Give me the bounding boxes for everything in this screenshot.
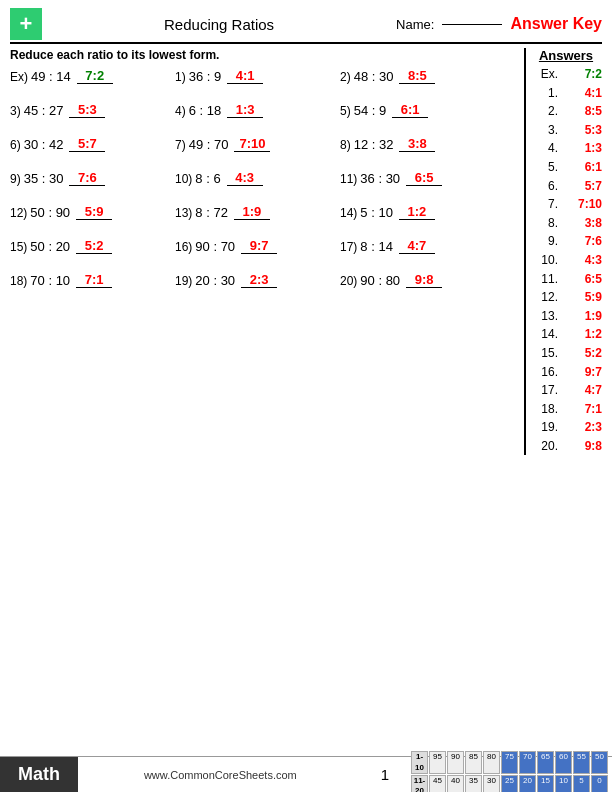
problem-20: 20) 90 : 80 9:8 [340,272,495,288]
answer-row-14: 14. 1:2 [530,325,602,344]
problem-row-3: 6) 30 : 42 5:7 7) 49 : 70 7:10 8) 12 : 3… [10,136,520,152]
ans-num-11: 11. [530,270,558,289]
problem-row-1: Ex) 49 : 14 7:2 1) 36 : 9 4:1 2) 48 : 30… [10,68,520,84]
prob-num-4: 4) [175,104,186,118]
ans-num-1: 1. [530,84,558,103]
prob-ratio-2: 48 : 30 [354,69,394,84]
problem-11: 11) 36 : 30 6:5 [340,170,495,186]
prob-ratio-11: 36 : 30 [360,171,400,186]
prob-num-6: 6) [10,138,21,152]
ans-num-13: 13. [530,307,558,326]
answer-row-7: 7. 7:10 [530,195,602,214]
prob-ratio-7: 49 : 70 [189,137,229,152]
prob-answer-ex: 7:2 [77,68,113,84]
ans-num-15: 15. [530,344,558,363]
prob-ratio-19: 20 : 30 [195,273,235,288]
prob-answer-6: 5:7 [69,136,105,152]
score-range-1: 1-10 [411,751,428,774]
prob-num-10: 10) [175,172,192,186]
prob-answer-11: 6:5 [406,170,442,186]
ans-val-15: 5:2 [570,344,602,363]
problem-7: 7) 49 : 70 7:10 [175,136,330,152]
problem-1: 1) 36 : 9 4:1 [175,68,330,84]
answer-row-10: 10. 4:3 [530,251,602,270]
answer-row-4: 4. 1:3 [530,139,602,158]
ans-num-20: 20. [530,437,558,456]
prob-ratio-13: 8 : 72 [195,205,228,220]
problem-16: 16) 90 : 70 9:7 [175,238,330,254]
prob-ratio-6: 30 : 42 [24,137,64,152]
ans-val-3: 5:3 [570,121,602,140]
score-10: 10 [555,775,572,792]
answer-row-ex: Ex. 7:2 [530,65,602,84]
prob-answer-15: 5:2 [76,238,112,254]
ans-num-5: 5. [530,158,558,177]
ans-num-10: 10. [530,251,558,270]
score-0: 0 [591,775,608,792]
prob-answer-9: 7:6 [69,170,105,186]
ans-num-19: 19. [530,418,558,437]
prob-answer-7: 7:10 [234,136,270,152]
prob-answer-12: 5:9 [76,204,112,220]
score-60: 60 [555,751,572,774]
score-50: 50 [591,751,608,774]
score-range-2: 11-20 [411,775,428,792]
score-35: 35 [465,775,482,792]
problem-12: 12) 50 : 90 5:9 [10,204,165,220]
prob-answer-4: 1:3 [227,102,263,118]
prob-num-18: 18) [10,274,27,288]
ans-num-17: 17. [530,381,558,400]
ans-val-13: 1:9 [570,307,602,326]
score-15: 15 [537,775,554,792]
answer-row-16: 16. 9:7 [530,363,602,382]
prob-num-19: 19) [175,274,192,288]
problem-17: 17) 8 : 14 4:7 [340,238,495,254]
prob-num-16: 16) [175,240,192,254]
prob-num-15: 15) [10,240,27,254]
answer-row-13: 13. 1:9 [530,307,602,326]
prob-num-12: 12) [10,206,27,220]
prob-answer-2: 8:5 [399,68,435,84]
prob-answer-17: 4:7 [399,238,435,254]
problem-6: 6) 30 : 42 5:7 [10,136,165,152]
prob-ratio-14: 5 : 10 [360,205,393,220]
page-title: Reducing Ratios [42,16,396,33]
prob-answer-10: 4:3 [227,170,263,186]
ans-val-19: 2:3 [570,418,602,437]
problem-18: 18) 70 : 10 7:1 [10,272,165,288]
prob-ratio-10: 8 : 6 [195,171,220,186]
answer-row-9: 9. 7:6 [530,232,602,251]
problem-15: 15) 50 : 20 5:2 [10,238,165,254]
footer: Math www.CommonCoreSheets.com 1 1-10 95 … [0,756,612,792]
answer-row-20: 20. 9:8 [530,437,602,456]
answer-row-17: 17. 4:7 [530,381,602,400]
ans-val-18: 7:1 [570,400,602,419]
prob-ratio-17: 8 : 14 [360,239,393,254]
prob-ratio-18: 70 : 10 [30,273,70,288]
prob-num-9: 9) [10,172,21,186]
prob-ratio-5: 54 : 9 [354,103,387,118]
ans-val-10: 4:3 [570,251,602,270]
problem-9: 9) 35 : 30 7:6 [10,170,165,186]
prob-answer-8: 3:8 [399,136,435,152]
prob-num-1: 1) [175,70,186,84]
problem-13: 13) 8 : 72 1:9 [175,204,330,220]
footer-page: 1 [363,757,407,792]
problem-3: 3) 45 : 27 5:3 [10,102,165,118]
prob-answer-19: 2:3 [241,272,277,288]
answer-row-1: 1. 4:1 [530,84,602,103]
instruction: Reduce each ratio to its lowest form. [10,48,520,62]
prob-answer-1: 4:1 [227,68,263,84]
footer-math-label: Math [0,757,78,792]
score-80: 80 [483,751,500,774]
ans-num-2: 2. [530,102,558,121]
score-65: 65 [537,751,554,774]
ans-num-4: 4. [530,139,558,158]
ans-val-9: 7:6 [570,232,602,251]
prob-ratio-12: 50 : 90 [30,205,70,220]
answer-row-15: 15. 5:2 [530,344,602,363]
prob-num-5: 5) [340,104,351,118]
prob-ratio-1: 36 : 9 [189,69,222,84]
prob-num-13: 13) [175,206,192,220]
ans-val-20: 9:8 [570,437,602,456]
